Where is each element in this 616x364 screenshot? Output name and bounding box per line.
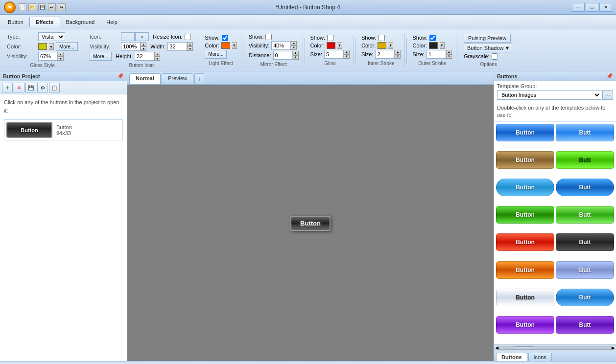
grayscale-checkbox[interactable]: [492, 53, 498, 60]
template-item[interactable]: Button: [496, 151, 554, 169]
height-down[interactable]: ▼: [154, 56, 160, 61]
glow-color-arrow[interactable]: ▼: [337, 42, 342, 49]
menu-effects[interactable]: Effects: [29, 17, 60, 27]
inner-size-down[interactable]: ▼: [395, 54, 401, 59]
template-item[interactable]: Butt: [556, 316, 614, 334]
template-item[interactable]: Butt: [556, 206, 614, 224]
icon-more-button[interactable]: More...: [90, 52, 112, 61]
inner-color-arrow[interactable]: ▼: [388, 42, 393, 49]
mirror-show-checkbox[interactable]: [265, 34, 272, 40]
visibility-input[interactable]: [38, 52, 58, 61]
outer-size-up[interactable]: ▲: [446, 50, 452, 54]
tab-icons[interactable]: Icons: [528, 353, 552, 361]
button-shadow-button[interactable]: Button Shadow ▼: [464, 44, 514, 52]
maximize-button[interactable]: □: [586, 3, 598, 12]
template-item[interactable]: Button: [496, 261, 554, 279]
scrollbar-thumb[interactable]: [514, 346, 533, 349]
template-item[interactable]: Butt: [556, 124, 614, 141]
gloss-color-swatch[interactable]: [38, 43, 47, 50]
width-down[interactable]: ▼: [187, 46, 193, 51]
inner-size-up[interactable]: ▲: [395, 50, 401, 54]
template-item[interactable]: Button: [496, 179, 554, 196]
template-item[interactable]: Button: [496, 124, 554, 141]
tab-normal[interactable]: Normal: [129, 73, 161, 84]
pulsing-preview-button[interactable]: Pulsing Preview: [464, 34, 511, 43]
project-panel-pin[interactable]: 📌: [117, 73, 124, 79]
icon-visibility-up[interactable]: ▲: [141, 42, 146, 46]
gloss-more-button[interactable]: More...: [56, 42, 78, 51]
glow-size-up[interactable]: ▲: [344, 50, 350, 54]
template-dots-button[interactable]: ···: [602, 90, 613, 100]
template-item[interactable]: Butt: [556, 233, 614, 251]
height-up[interactable]: ▲: [154, 52, 160, 56]
scroll-right-arrow[interactable]: ▶: [612, 345, 615, 350]
menu-button[interactable]: Button: [2, 17, 29, 27]
inner-show-checkbox[interactable]: [379, 35, 385, 41]
outer-size-input[interactable]: [426, 50, 446, 59]
new-button[interactable]: 📄: [19, 3, 26, 11]
templates-scrollbar[interactable]: ◀ ▶: [494, 344, 616, 351]
glow-color-swatch[interactable]: [327, 42, 335, 49]
template-item[interactable]: Butt: [556, 179, 614, 196]
outer-color-arrow[interactable]: ▼: [440, 42, 445, 49]
tab-buttons[interactable]: Buttons: [496, 353, 527, 361]
icon-close-button[interactable]: ×: [135, 32, 149, 41]
save-toolbar-button[interactable]: 💾: [38, 3, 46, 11]
open-button[interactable]: 📂: [28, 3, 36, 11]
scroll-left-arrow[interactable]: ◀: [495, 345, 498, 350]
settings-btn[interactable]: ⚙: [37, 83, 48, 92]
outer-size-down[interactable]: ▼: [446, 54, 452, 59]
template-item[interactable]: Butt: [556, 261, 614, 279]
light-show-checkbox[interactable]: [222, 35, 228, 41]
icon-visibility-input[interactable]: [121, 42, 141, 51]
width-input[interactable]: [167, 42, 187, 51]
light-color-swatch[interactable]: [221, 42, 230, 49]
mirror-vis-down[interactable]: ▼: [291, 46, 297, 50]
template-item[interactable]: Butt: [556, 289, 614, 306]
tab-add-button[interactable]: +: [194, 73, 204, 84]
icon-visibility-down[interactable]: ▼: [141, 46, 146, 51]
template-group-select[interactable]: Button Images: [497, 90, 601, 100]
visibility-down[interactable]: ▼: [58, 56, 64, 61]
inner-color-swatch[interactable]: [378, 42, 386, 49]
width-up[interactable]: ▲: [187, 42, 193, 46]
mirror-visibility-input[interactable]: [271, 41, 291, 50]
height-input[interactable]: [135, 52, 154, 61]
minimize-button[interactable]: ─: [572, 3, 585, 12]
glow-show-checkbox[interactable]: [327, 35, 333, 41]
undo-button[interactable]: ↩: [48, 3, 56, 11]
glow-size-input[interactable]: [324, 50, 344, 59]
inner-size-input[interactable]: [375, 50, 395, 59]
gloss-color-arrow[interactable]: ▼: [49, 43, 54, 50]
visibility-up[interactable]: ▲: [58, 52, 64, 56]
buttons-panel-pin[interactable]: 📌: [606, 73, 613, 79]
tab-preview[interactable]: Preview: [162, 73, 193, 84]
icon-dots-button[interactable]: ...: [121, 32, 135, 41]
mirror-distance-input[interactable]: [273, 51, 293, 60]
light-color-arrow[interactable]: ▼: [232, 42, 237, 49]
template-item[interactable]: Butt: [556, 151, 614, 169]
redo-button[interactable]: ↪: [58, 3, 66, 11]
save-project-btn[interactable]: 💾: [25, 83, 36, 92]
template-item[interactable]: Button: [496, 206, 554, 224]
mirror-vis-up[interactable]: ▲: [291, 41, 297, 46]
close-button[interactable]: ✕: [599, 3, 612, 12]
mirror-dist-down[interactable]: ▼: [293, 55, 299, 60]
template-item[interactable]: Button: [496, 233, 554, 251]
copy-btn[interactable]: 📋: [49, 83, 60, 92]
light-more-button[interactable]: More...: [205, 50, 227, 59]
button-list-item[interactable]: Button Button 94x33: [4, 119, 123, 140]
add-button-btn[interactable]: +: [2, 83, 13, 92]
outer-color-swatch[interactable]: [429, 42, 438, 49]
resize-icon-checkbox[interactable]: [185, 34, 191, 40]
glow-size-down[interactable]: ▼: [344, 54, 350, 59]
type-select[interactable]: Vista: [38, 32, 65, 41]
menu-background[interactable]: Background: [60, 17, 101, 27]
template-item[interactable]: Button: [496, 289, 554, 306]
mirror-dist-up[interactable]: ▲: [293, 51, 299, 55]
canvas-workspace[interactable]: Button: [127, 85, 494, 361]
delete-button-btn[interactable]: ✕: [14, 83, 24, 92]
template-item[interactable]: Button: [496, 316, 554, 334]
canvas-preview-button[interactable]: Button: [290, 216, 331, 231]
outer-show-checkbox[interactable]: [429, 35, 436, 41]
